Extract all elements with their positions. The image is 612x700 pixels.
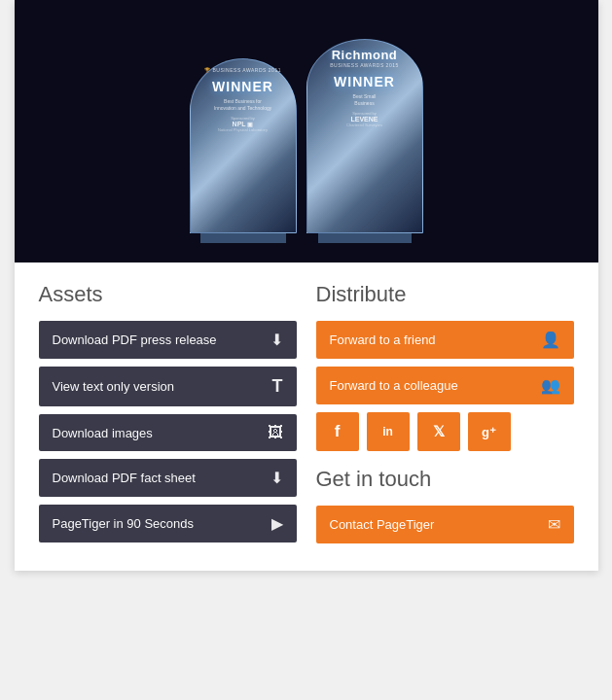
forward-colleague-label: Forward to a colleague xyxy=(330,378,458,393)
twitter-button[interactable]: 𝕏 xyxy=(417,412,460,451)
download-icon-1: ⬇ xyxy=(270,331,283,349)
distribute-title: Distribute xyxy=(316,282,574,307)
play-icon: ▶ xyxy=(271,514,283,533)
facebook-button[interactable]: f xyxy=(316,412,359,451)
download-pdf-press-row: Download PDF press release ⬇ xyxy=(39,321,297,359)
forward-colleague-button[interactable]: Forward to a colleague 👥 xyxy=(316,367,574,404)
googleplus-button[interactable]: g⁺ xyxy=(468,412,511,451)
forward-friend-button[interactable]: Forward to a friend 👤 xyxy=(316,321,574,359)
view-text-row: View text only version T xyxy=(39,367,297,406)
linkedin-button[interactable]: in xyxy=(367,412,410,451)
image-icon: 🖼 xyxy=(268,424,283,441)
get-in-touch-section: Get in touch Contact PageTiger ✉ xyxy=(316,467,574,543)
assets-section: Assets Download PDF press release ⬇ View… xyxy=(39,282,297,551)
download-images-button[interactable]: Download images 🖼 xyxy=(39,414,297,451)
view-text-button[interactable]: View text only version T xyxy=(39,367,297,406)
trophy-1: 🏆 BUSINESS AWARDS 2011 WINNER Best Busin… xyxy=(190,58,297,243)
facebook-icon: f xyxy=(335,422,341,441)
download-pdf-press-label: Download PDF press release xyxy=(53,332,217,347)
download-images-row: Download images 🖼 xyxy=(39,414,297,451)
contact-pagetiger-button[interactable]: Contact PageTiger ✉ xyxy=(316,506,574,543)
linkedin-icon: in xyxy=(382,425,393,438)
contact-pagetiger-row: Contact PageTiger ✉ xyxy=(316,506,574,543)
contact-pagetiger-label: Contact PageTiger xyxy=(330,517,435,532)
distribute-section: Distribute Forward to a friend 👤 Forward… xyxy=(316,282,574,551)
pagetiger-video-row: PageTiger in 90 Seconds ▶ xyxy=(39,505,297,542)
forward-friend-row: Forward to a friend 👤 xyxy=(316,321,574,359)
download-images-label: Download images xyxy=(53,426,153,440)
twitter-icon: 𝕏 xyxy=(433,423,445,440)
person-icon: 👤 xyxy=(541,331,560,349)
people-icon: 👥 xyxy=(541,376,560,395)
download-pdf-fact-button[interactable]: Download PDF fact sheet ⬇ xyxy=(39,459,297,497)
download-pdf-press-button[interactable]: Download PDF press release ⬇ xyxy=(39,321,297,359)
text-icon: T xyxy=(272,376,283,397)
social-buttons-row: f in 𝕏 g⁺ xyxy=(316,412,574,451)
hero-banner: 🏆 BUSINESS AWARDS 2011 WINNER Best Busin… xyxy=(15,0,598,262)
download-icon-2: ⬇ xyxy=(270,469,283,487)
assets-title: Assets xyxy=(39,282,297,307)
get-in-touch-title: Get in touch xyxy=(316,467,574,492)
trophy-2: Richmond BUSINESS AWARDS 2015 WINNER Bes… xyxy=(306,39,423,243)
pagetiger-video-label: PageTiger in 90 Seconds xyxy=(53,516,195,531)
forward-colleague-row: Forward to a colleague 👥 xyxy=(316,367,574,404)
forward-friend-label: Forward to a friend xyxy=(330,332,436,347)
download-pdf-fact-row: Download PDF fact sheet ⬇ xyxy=(39,459,297,497)
pagetiger-video-button[interactable]: PageTiger in 90 Seconds ▶ xyxy=(39,505,297,542)
view-text-label: View text only version xyxy=(53,379,175,394)
googleplus-icon: g⁺ xyxy=(482,425,496,439)
download-pdf-fact-label: Download PDF fact sheet xyxy=(53,471,196,485)
mail-icon: ✉ xyxy=(548,515,560,534)
